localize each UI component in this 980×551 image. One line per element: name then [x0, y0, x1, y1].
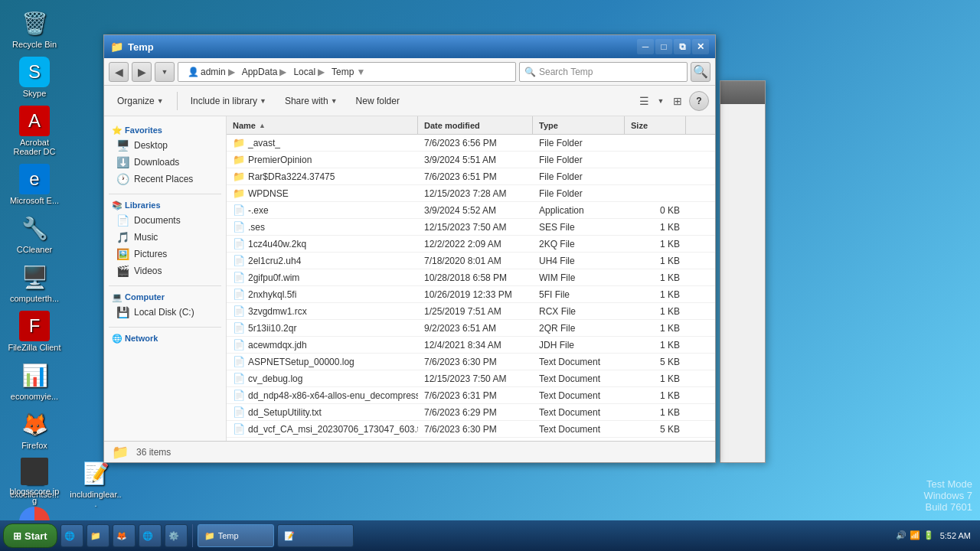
taskbar-explorer-button[interactable]: 📁 [87, 524, 109, 547]
desktop-icon-including[interactable]: 📝 includinglear... [69, 458, 122, 508]
taskbar-edge-button[interactable]: 🌐 [139, 524, 162, 547]
path-part-appdata[interactable]: AppData ▶ [239, 65, 291, 79]
table-row[interactable]: 📄 acewmdqx.jdh 12/4/2021 8:34 AM JDH Fil… [227, 337, 715, 354]
table-row[interactable]: 📁 _avast_ 7/6/2023 6:56 PM File Folder [227, 135, 715, 152]
view-details-button[interactable]: ⊞ [668, 91, 688, 111]
computer-icon: 💻 [112, 292, 122, 302]
file-cell-type: File Folder [533, 171, 625, 182]
forward-button[interactable]: ▶ [132, 62, 152, 82]
sidebar-item-downloads[interactable]: ⬇️ Downloads [104, 154, 226, 171]
restore-button[interactable]: ⧉ [674, 39, 691, 54]
clock[interactable]: 5:52 AM [940, 530, 971, 541]
table-row[interactable]: 📁 PremierOpinion 3/9/2024 5:51 AM File F… [227, 152, 715, 168]
table-row[interactable]: 📄 5r13ii10.2qr 9/2/2023 6:51 AM 2QR File… [227, 320, 715, 337]
sidebar-item-recent-places[interactable]: 🕐 Recent Places [104, 171, 226, 187]
sidebar-item-documents[interactable]: 📄 Documents [104, 212, 226, 229]
table-row[interactable]: 📄 .ses 12/15/2023 7:50 AM SES File 1 KB [227, 219, 715, 236]
table-row[interactable]: 📄 dd_vcf_CA_msi_20230706_173047_603.txt … [227, 421, 715, 438]
search-box[interactable]: 🔍 [519, 62, 688, 82]
watermark-line1: Test Mode [923, 478, 972, 490]
col-header-date[interactable]: Date modified [418, 116, 533, 134]
file-cell-name: 📄 acewmdqx.jdh [227, 339, 418, 350]
toolbar: Organize ▼ Include in library ▼ Share wi… [104, 86, 715, 116]
desktop-icon-ccleaner[interactable]: 🔧 CCleaner [8, 213, 61, 254]
recent-locations-button[interactable]: ▼ [155, 62, 175, 82]
back-button[interactable]: ◀ [109, 62, 129, 82]
sidebar-item-local-disk[interactable]: 💾 Local Disk (C:) [104, 304, 226, 321]
sidebar-libraries-title[interactable]: 📚 Libraries [104, 197, 226, 212]
window-titlebar: 📁 Temp ─ □ ⧉ ✕ [104, 35, 715, 58]
close-button[interactable]: ✕ [692, 39, 709, 54]
path-part-admin[interactable]: 👤 admin ▶ [185, 65, 239, 79]
table-row[interactable]: 📁 WPDNSE 12/15/2023 7:28 AM File Folder [227, 185, 715, 202]
table-row[interactable]: 📄 1cz4u40w.2kq 12/2/2022 2:09 AM 2KQ Fil… [227, 236, 715, 253]
toolbar-separator-1 [177, 92, 178, 110]
network-tray-icon[interactable]: 📶 [910, 530, 920, 540]
organize-button[interactable]: Organize ▼ [110, 90, 171, 112]
start-button[interactable]: ⊞ Start [3, 523, 57, 548]
table-row[interactable]: 📁 Rar$DRa3224.37475 7/6/2023 6:51 PM Fil… [227, 168, 715, 185]
sidebar-network-title[interactable]: 🌐 Network [104, 331, 226, 345]
file-cell-size: 1 KB [625, 373, 686, 384]
taskbar-firefox-button[interactable]: 🦊 [113, 524, 136, 547]
table-row[interactable]: 📄 3zvgdmw1.rcx 1/25/2019 7:51 AM RCX Fil… [227, 303, 715, 320]
table-row[interactable]: 📄 dd_ndp48-x86-x64-allos-enu_decompressi… [227, 387, 715, 404]
table-row[interactable]: 📄 2el1cru2.uh4 7/18/2020 8:01 AM UH4 Fil… [227, 253, 715, 269]
desktop-icon-firefox[interactable]: 🦊 Firefox [8, 409, 61, 450]
col-header-size[interactable]: Size [625, 116, 686, 134]
desktop-icon-filezilla[interactable]: F FileZilla Client [8, 311, 61, 352]
address-path[interactable]: 👤 admin ▶ AppData ▶ Local ▶ Temp ▼ [178, 62, 516, 82]
path-part-local[interactable]: Local ▶ [290, 65, 328, 79]
new-folder-button[interactable]: New folder [349, 90, 407, 112]
table-row[interactable]: 📄 dd_SetupUtility.txt 7/6/2023 6:29 PM T… [227, 404, 715, 421]
blogsscore-icon [21, 458, 48, 485]
view-dropdown-button[interactable]: ▼ [655, 91, 666, 111]
table-row[interactable]: 📄 -.exe 3/9/2024 5:52 AM Application 0 K… [227, 202, 715, 219]
minimize-button[interactable]: ─ [637, 39, 654, 54]
taskbar-ie-button[interactable]: 🌐 [60, 524, 83, 547]
sidebar-computer-title[interactable]: 💻 Computer [104, 289, 226, 304]
status-folder-icon: 📁 [112, 444, 129, 461]
search-button[interactable]: 🔍 [691, 62, 710, 82]
table-row[interactable]: 📄 2nxhykql.5fi 10/26/2019 12:33 PM 5FI F… [227, 286, 715, 303]
file-cell-name: 📄 dd_SetupUtility.txt [227, 406, 418, 418]
start-orb-icon: ⊞ [13, 530, 21, 542]
sidebar-favorites-title[interactable]: ⭐ Favorites [104, 122, 226, 137]
battery-icon[interactable]: 🔋 [923, 530, 934, 540]
view-list-button[interactable]: ☰ [634, 91, 654, 111]
desktop-icon-recycle-bin[interactable]: 🗑️ Recycle Bin [8, 8, 61, 49]
file-name: 2el1cru2.uh4 [248, 256, 301, 266]
desktop-icon-skype[interactable]: S Skype [8, 57, 61, 98]
sidebar-item-desktop[interactable]: 🖥️ Desktop [104, 137, 226, 154]
volume-icon[interactable]: 🔊 [896, 530, 906, 540]
table-row[interactable]: 📄 ASPNETSetup_00000.log 7/6/2023 6:30 PM… [227, 354, 715, 370]
taskbar-temp-button[interactable]: 📁 Temp [198, 524, 274, 547]
sidebar-item-videos[interactable]: 🎬 Videos [104, 262, 226, 279]
file-cell-date: 12/15/2023 7:28 AM [418, 188, 533, 199]
file-list[interactable]: 📁 _avast_ 7/6/2023 6:56 PM File Folder 📁… [227, 135, 715, 441]
table-row[interactable]: 📄 cv_debug.log 12/15/2023 7:50 AM Text D… [227, 370, 715, 387]
col-header-type[interactable]: Type [533, 116, 625, 134]
help-button[interactable]: ? [689, 91, 709, 111]
taskbar-word-button[interactable]: 📝 [277, 524, 354, 547]
taskbar-settings-button[interactable]: ⚙️ [165, 524, 188, 547]
include-library-button[interactable]: Include in library ▼ [184, 90, 273, 112]
desktop-icon-edge[interactable]: e Microsoft E... [8, 164, 61, 205]
desktop-icon-economy[interactable]: 📊 economyie... [8, 360, 61, 401]
share-with-button[interactable]: Share with ▼ [278, 90, 345, 112]
col-header-name[interactable]: Name ▲ [227, 116, 418, 134]
file-cell-type: Text Document [533, 407, 625, 418]
sidebar-item-music[interactable]: 🎵 Music [104, 229, 226, 246]
admin-icon: 👤 [188, 67, 199, 77]
include-library-dropdown-icon: ▼ [260, 97, 266, 105]
taskbar-separator [192, 524, 193, 547]
desktop-icon-blogsscore[interactable]: blogsscore.jpg [8, 458, 61, 508]
desktop-icon-acrobat[interactable]: A Acrobat Reader DC [8, 106, 61, 156]
path-part-temp[interactable]: Temp ▼ [328, 65, 369, 79]
search-input[interactable] [539, 67, 682, 77]
sidebar-item-pictures[interactable]: 🖼️ Pictures [104, 246, 226, 262]
table-row[interactable]: 📄 2gifpu0f.wim 10/28/2018 6:58 PM WIM Fi… [227, 269, 715, 286]
firefox-icon: 🦊 [19, 409, 50, 439]
maximize-button[interactable]: □ [655, 39, 672, 54]
desktop-icon-computerth[interactable]: 🖥️ computerth... [8, 262, 61, 303]
